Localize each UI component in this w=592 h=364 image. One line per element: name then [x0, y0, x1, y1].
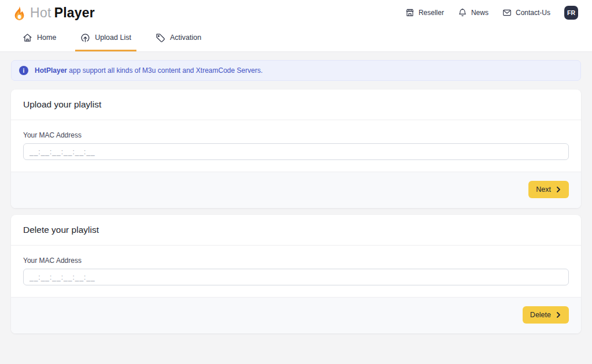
news-label: News — [471, 9, 489, 17]
nav-item-activation[interactable]: Activation — [150, 25, 206, 51]
alert-text: HotPlayer app support all kinds of M3u c… — [35, 66, 262, 75]
brand-name-light: Hot — [30, 5, 51, 21]
delete-card-footer: Delete — [11, 297, 581, 333]
flame-icon — [12, 5, 27, 21]
nav-home-label: Home — [37, 34, 56, 42]
envelope-icon — [502, 8, 512, 17]
delete-card-body: Your MAC Address — [11, 246, 581, 297]
upload-mac-label: Your MAC Address — [23, 131, 569, 139]
delete-button-label: Delete — [530, 311, 551, 319]
upload-icon — [80, 33, 90, 43]
news-link[interactable]: News — [458, 8, 489, 17]
nav-item-upload-list[interactable]: Upload List — [75, 25, 136, 51]
app-header: Hot Player Reseller News — [0, 0, 592, 25]
delete-playlist-card: Delete your playlist Your MAC Address De… — [11, 215, 581, 333]
home-icon — [23, 33, 32, 43]
upload-playlist-card: Upload your playlist Your MAC Address Ne… — [11, 90, 581, 208]
alert-text-rest: app support all kinds of M3u content and… — [67, 66, 262, 75]
nav-upload-list-label: Upload List — [95, 34, 131, 42]
next-button[interactable]: Next — [528, 181, 569, 198]
tag-icon — [156, 33, 165, 43]
storefront-icon — [405, 8, 415, 17]
contact-us-link[interactable]: Contact-Us — [502, 8, 550, 17]
info-alert: i HotPlayer app support all kinds of M3u… — [11, 60, 581, 81]
reseller-link[interactable]: Reseller — [405, 8, 444, 17]
nav-item-home[interactable]: Home — [17, 25, 61, 51]
upload-card-footer: Next — [11, 172, 581, 208]
language-badge[interactable]: FR — [564, 6, 578, 20]
upload-card-title: Upload your playlist — [11, 90, 581, 120]
header-links: Reseller News Contact-Us FR — [405, 6, 578, 20]
next-button-label: Next — [536, 185, 551, 194]
upload-card-body: Your MAC Address — [11, 120, 581, 172]
upload-mac-input[interactable] — [23, 143, 569, 160]
delete-mac-input[interactable] — [23, 269, 569, 285]
bell-icon — [458, 8, 467, 17]
chevron-right-icon — [556, 312, 561, 318]
main-nav: Home Upload List Activation — [0, 25, 592, 52]
chevron-right-icon — [556, 187, 561, 192]
nav-activation-label: Activation — [170, 34, 201, 42]
reseller-label: Reseller — [419, 9, 444, 17]
info-icon: i — [19, 66, 28, 75]
delete-card-title: Delete your playlist — [11, 215, 581, 246]
contact-us-label: Contact-Us — [516, 9, 550, 17]
brand-name-bold: Player — [54, 5, 95, 21]
delete-mac-label: Your MAC Address — [23, 257, 569, 265]
main-content: i HotPlayer app support all kinds of M3u… — [0, 52, 592, 348]
brand-logo[interactable]: Hot Player — [12, 5, 95, 21]
delete-button[interactable]: Delete — [523, 306, 569, 324]
alert-text-bold: HotPlayer — [35, 66, 67, 75]
